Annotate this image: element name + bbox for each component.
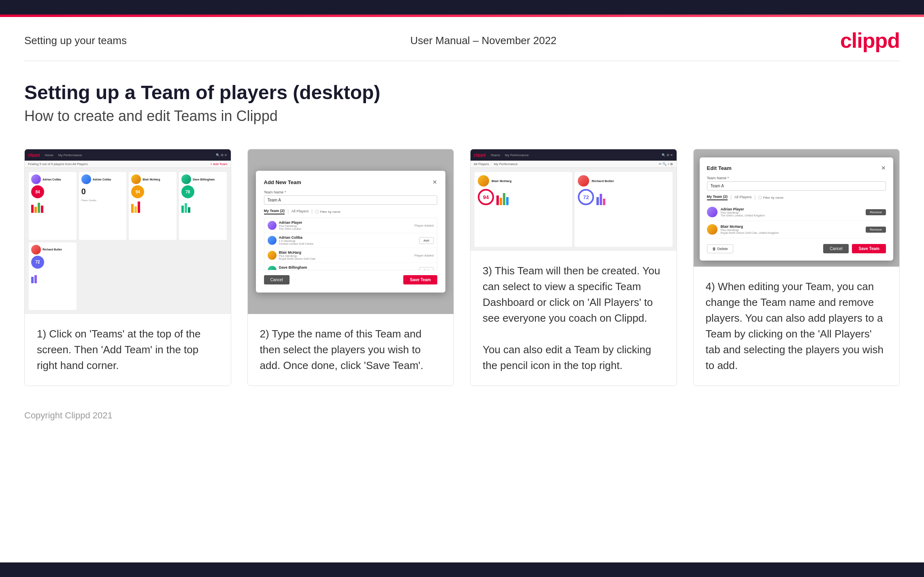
player-item-3: Blair McHarg Plus Handicap Royal North D… — [264, 248, 437, 263]
step-3-para-2: You can also edit a Team by clicking the… — [483, 342, 664, 373]
ss3-nav-teams: Teams — [490, 153, 500, 157]
step-4-text: 4) When editing your Team, you can chang… — [694, 267, 900, 386]
player-3-details: Plus Handicap Royal North Devon Golf Clu… — [279, 255, 412, 260]
ss3-subnav-team: My Performance — [494, 162, 518, 166]
ss1-player-grid: Adrian Coliba 84 — [25, 168, 231, 314]
player-3-action: Player Added — [414, 254, 434, 257]
page-subtitle: How to create and edit Teams in Clippd — [24, 108, 900, 125]
filter-label: Filter by name — [320, 210, 341, 214]
remove-player-2-button[interactable]: Remove — [866, 227, 886, 233]
edit-filter-checkbox[interactable] — [758, 196, 762, 199]
modal-close-icon[interactable]: ✕ — [432, 179, 437, 185]
footer: Copyright Clippd 2021 — [0, 402, 924, 429]
step-3-para-1: 3) This Team will then be created. You c… — [483, 263, 664, 326]
step-1-label: 1) Click on 'Teams' at the top of the sc… — [37, 328, 200, 371]
tab-divider — [288, 209, 288, 214]
player-4-info: Dave Billingham 1.5 Handicap The Dog Mag… — [279, 265, 417, 270]
edit-cancel-button[interactable]: Cancel — [823, 244, 849, 253]
ss1-player-1: Adrian Coliba 84 — [29, 172, 77, 240]
ss1-nav-home: Home — [45, 153, 53, 157]
edit-p2-details: Plus Handicap Royal North Devon Golf Clu… — [721, 229, 863, 234]
edit-modal-close-icon[interactable]: ✕ — [881, 165, 886, 171]
ss1-player-3: Blair McHarg 94 — [129, 172, 177, 240]
edit-tab-divider-2 — [755, 195, 755, 200]
player-item-4: Dave Billingham 1.5 Handicap The Dog Mag… — [264, 263, 437, 270]
edit-tab-divider — [731, 195, 731, 200]
ss3-player-1: Blair McHarg 94 — [475, 172, 572, 247]
my-team-tab[interactable]: My Team (2) — [264, 209, 285, 214]
ss3-nav-icons: 🔍 ⚙ ✕ — [662, 153, 673, 157]
player-item-2: Adrian Coliba 1.5 Handicap Central Londo… — [264, 233, 437, 248]
steps-grid: clippd Home My Performance 🔍 ⚙ ✕ Finding… — [24, 149, 900, 386]
ss1-player-4: Dave Billingham 78 — [179, 172, 227, 240]
remove-player-1-button[interactable]: Remove — [866, 209, 886, 215]
step-2-screenshot: Add New Team ✕ Team Name * Team A My Tea… — [248, 149, 454, 314]
ss3-subnav-players: All Players — [474, 162, 489, 166]
player-3-info: Blair McHarg Plus Handicap Royal North D… — [279, 250, 412, 260]
modal-header: Add New Team ✕ — [264, 179, 438, 185]
ss3-edit-icons: ✏ 🔍 + ⊞ — [659, 162, 673, 166]
player-4-add-button[interactable]: Add — [419, 267, 434, 271]
edit-modal-footer: 🗑 Delete Cancel Save Team — [707, 244, 886, 253]
main-content: Setting up a Team of players (desktop) H… — [0, 61, 924, 402]
player-4-details: 1.5 Handicap The Dog Maging Golf Club — [279, 269, 417, 270]
edit-save-team-button[interactable]: Save Team — [852, 244, 886, 253]
edit-p1-handicap: Plus Handicap — [721, 211, 739, 214]
ss3-nav: clippd Teams My Performance 🔍 ⚙ ✕ — [471, 149, 677, 161]
ss1-nav-teams: My Performance — [58, 153, 82, 157]
player-1-details: Plus Handicap The Shire London — [279, 225, 412, 230]
cancel-button[interactable]: Cancel — [264, 275, 290, 284]
filter-checkbox[interactable] — [315, 210, 319, 213]
ss1-add-team: + Add Team — [210, 162, 227, 166]
p2-club: Central London Golf Centre — [279, 242, 314, 245]
player-1-action: Player Added — [414, 224, 434, 227]
player-2-avatar — [268, 236, 277, 245]
p3-club: Royal North Devon Golf Club — [279, 257, 315, 260]
team-name-input[interactable]: Team A — [264, 195, 438, 205]
player-1-name: Adrian Player — [279, 221, 412, 225]
ss1-logo: clippd — [28, 153, 40, 157]
modal-title: Add New Team — [264, 179, 301, 185]
top-bar — [0, 0, 924, 15]
add-new-team-modal: Add New Team ✕ Team Name * Team A My Tea… — [256, 171, 446, 293]
edit-filter-by-name: Filter by name — [758, 196, 783, 199]
delete-button[interactable]: 🗑 Delete — [707, 244, 733, 253]
step-3-card: clippd Teams My Performance 🔍 ⚙ ✕ All Pl… — [470, 149, 677, 386]
team-name-label: Team Name * — [264, 190, 438, 194]
ss1-nav-search: 🔍 ⚙ ✕ — [216, 153, 227, 157]
edit-my-team-tab[interactable]: My Team (2) — [707, 195, 728, 200]
step-4-card: Edit Team ✕ Team Name * Team A My Team (… — [693, 149, 900, 386]
step-2-card: Add New Team ✕ Team Name * Team A My Tea… — [247, 149, 454, 386]
player-1-info: Adrian Player Plus Handicap The Shire Lo… — [279, 221, 412, 230]
player-3-name: Blair McHarg — [279, 250, 412, 255]
modal-tabs: My Team (2) All Players Filter by name — [264, 209, 438, 214]
ss3-nav-perf: My Performance — [505, 153, 529, 157]
step-2-label: 2) Type the name of this Team and then s… — [260, 328, 424, 371]
delete-label: Delete — [717, 247, 728, 251]
player-1-avatar — [268, 221, 277, 230]
header: Setting up your teams User Manual – Nove… — [0, 17, 924, 61]
edit-player-row-1: Adrian Player Plus Handicap The Shire Lo… — [707, 204, 886, 221]
p1-club: The Shire London — [279, 227, 302, 230]
player-2-add-button[interactable]: Add — [419, 237, 434, 244]
edit-p1-club: The Shire London, United Kingdom — [721, 214, 765, 217]
step-4-label: 4) When editing your Team, you can chang… — [706, 280, 884, 371]
all-players-tab[interactable]: All Players — [292, 209, 309, 214]
step-3-text: 3) This Team will then be created. You c… — [471, 251, 677, 386]
edit-team-name-value: Team A — [711, 184, 724, 188]
edit-filter-label: Filter by name — [763, 196, 783, 199]
edit-p2-club: Royal North Devon Golf Club, United King… — [721, 231, 779, 234]
save-team-button[interactable]: Save Team — [403, 275, 437, 284]
ss1-subnav-players: Finding 5 out of 5 players from All Play… — [28, 162, 88, 166]
header-left-text: Setting up your teams — [24, 34, 127, 47]
modal-footer: Cancel Save Team — [264, 275, 438, 284]
edit-modal-header: Edit Team ✕ — [707, 165, 886, 171]
edit-team-name-input[interactable]: Team A — [707, 181, 886, 191]
player-item-1: Adrian Player Plus Handicap The Shire Lo… — [264, 218, 437, 233]
edit-all-players-tab[interactable]: All Players — [735, 195, 752, 200]
ss3-p2-avatar — [578, 175, 589, 187]
edit-modal-title: Edit Team — [707, 165, 732, 171]
p4-handicap: 1.5 Handicap — [279, 269, 296, 270]
edit-p2-avatar — [707, 224, 717, 235]
ss3-logo: clippd — [474, 153, 485, 157]
